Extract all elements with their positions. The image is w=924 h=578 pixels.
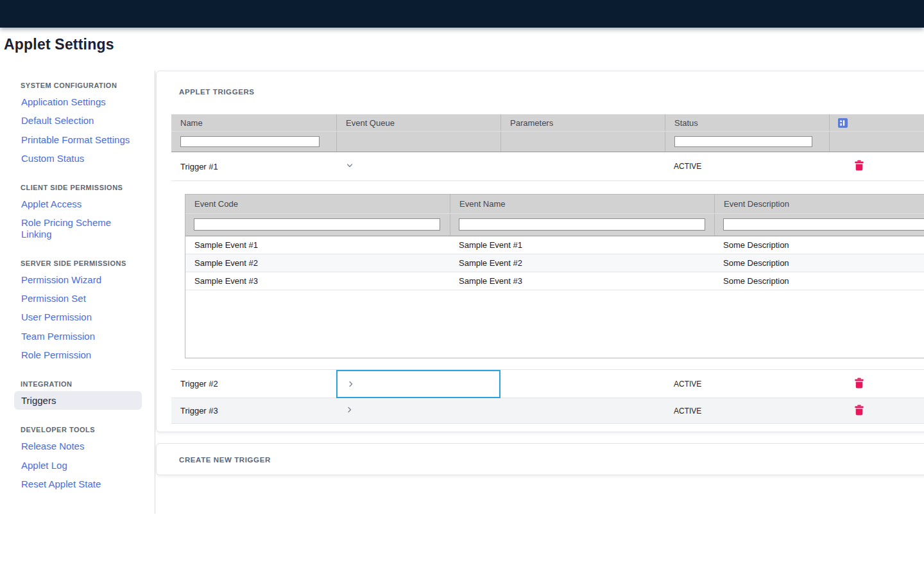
- filter-cell-event-code: [185, 214, 450, 236]
- trash-icon: [855, 378, 864, 390]
- filter-cell-name: [171, 132, 336, 152]
- chevron-down-icon[interactable]: [345, 161, 354, 170]
- column-header-event-name[interactable]: Event Name: [450, 195, 714, 213]
- sidebar-item-permission-wizard[interactable]: Permission Wizard: [14, 270, 142, 289]
- trigger-actions-cell: [829, 378, 924, 390]
- filter-cell-event-queue: [336, 132, 501, 152]
- events-grid: Event Code Event Name Event Description: [185, 194, 924, 358]
- status-badge: ACTIVE: [665, 162, 829, 171]
- status-filter-input[interactable]: [674, 136, 812, 147]
- events-grid-filter-row: [185, 214, 924, 236]
- event-description-cell: Some Description: [714, 258, 924, 268]
- column-header-status[interactable]: Status: [665, 114, 829, 131]
- event-code-filter-input[interactable]: [194, 218, 440, 231]
- event-name-cell: Sample Event #1: [450, 240, 714, 250]
- sidebar-item-default-selection[interactable]: Default Selection: [14, 111, 142, 130]
- sidebar-item-applet-log[interactable]: Applet Log: [14, 456, 142, 475]
- column-header-name[interactable]: Name: [171, 114, 336, 131]
- table-row-trigger-1[interactable]: Trigger #1 ACTIVE: [171, 152, 924, 181]
- column-header-parameters[interactable]: Parameters: [501, 114, 665, 131]
- applet-triggers-panel-title: APPLET TRIGGERS: [179, 88, 255, 96]
- table-row-event-2[interactable]: Sample Event #2 Sample Event #2 Some Des…: [185, 254, 924, 272]
- applet-triggers-panel: APPLET TRIGGERS Name Event Queue Paramet…: [156, 71, 924, 432]
- trigger-queue-cell: [336, 405, 501, 416]
- trigger-queue-cell-focused[interactable]: [336, 370, 501, 398]
- column-header-event-code[interactable]: Event Code: [185, 195, 450, 213]
- chevron-right-icon[interactable]: [345, 405, 354, 414]
- filter-cell-event-name: [450, 214, 714, 236]
- delete-trigger-button[interactable]: [855, 160, 864, 173]
- chevron-right-icon[interactable]: [346, 380, 355, 389]
- trash-icon: [855, 405, 864, 417]
- sidebar: SYSTEM CONFIGURATION Application Setting…: [0, 71, 155, 514]
- page-title: Applet Settings: [4, 36, 114, 53]
- sidebar-section-label: INTEGRATION: [21, 380, 155, 388]
- trigger-actions-cell: [829, 160, 924, 173]
- delete-trigger-button[interactable]: [855, 405, 864, 417]
- sidebar-item-role-permission[interactable]: Role Permission: [14, 346, 142, 364]
- sidebar-section-developer-tools: DEVELOPER TOOLS Release Notes Applet Log…: [14, 426, 155, 493]
- sidebar-section-label: SYSTEM CONFIGURATION: [21, 82, 155, 89]
- sidebar-section-label: CLIENT SIDE PERMISSIONS: [21, 184, 155, 191]
- event-description-cell: Some Description: [714, 240, 924, 250]
- triggers-grid-header-row: Name Event Queue Parameters Status: [171, 114, 924, 132]
- sidebar-item-team-permission[interactable]: Team Permission: [14, 327, 142, 346]
- create-new-trigger-title[interactable]: CREATE NEW TRIGGER: [179, 456, 271, 464]
- event-description-filter-input[interactable]: [723, 218, 924, 231]
- sidebar-item-custom-status[interactable]: Custom Status: [14, 149, 142, 168]
- triggers-grid-filter-row: [171, 132, 924, 152]
- trash-icon: [855, 160, 864, 173]
- sidebar-item-release-notes[interactable]: Release Notes: [14, 437, 142, 455]
- name-filter-input[interactable]: [180, 136, 320, 147]
- column-header-actions: [829, 114, 924, 131]
- sidebar-section-label: SERVER SIDE PERMISSIONS: [21, 259, 155, 267]
- status-badge: ACTIVE: [665, 380, 829, 389]
- table-row-trigger-2[interactable]: Trigger #2 ACTIVE: [171, 370, 924, 398]
- event-code-cell: Sample Event #2: [185, 258, 450, 268]
- trigger-name-cell: Trigger #2: [171, 379, 336, 389]
- events-grid-header-row: Event Code Event Name Event Description: [185, 195, 924, 214]
- sidebar-section-integration: INTEGRATION Triggers: [14, 380, 155, 410]
- sidebar-item-triggers[interactable]: Triggers: [14, 391, 142, 410]
- table-row-trigger-3[interactable]: Trigger #3 ACTIVE: [171, 398, 924, 424]
- event-code-cell: Sample Event #3: [185, 276, 450, 286]
- sidebar-item-application-settings[interactable]: Application Settings: [14, 92, 142, 111]
- grid-options-button[interactable]: [838, 118, 848, 130]
- trigger-1-detail-region: Event Code Event Name Event Description: [171, 181, 924, 370]
- grid-options-icon: [838, 118, 848, 130]
- filter-cell-parameters: [501, 132, 665, 152]
- event-name-filter-input[interactable]: [459, 218, 705, 231]
- sidebar-item-printable-format-settings[interactable]: Printable Format Settings: [14, 130, 142, 149]
- sidebar-item-role-pricing-scheme-linking[interactable]: Role Pricing Scheme Linking: [14, 213, 142, 243]
- top-nav-bar: [0, 0, 924, 28]
- sidebar-item-permission-set[interactable]: Permission Set: [14, 289, 142, 308]
- event-code-cell: Sample Event #1: [185, 240, 450, 250]
- sidebar-item-applet-access[interactable]: Applet Access: [14, 195, 142, 213]
- event-name-cell: Sample Event #3: [450, 276, 714, 286]
- sidebar-section-client-side-permissions: CLIENT SIDE PERMISSIONS Applet Access Ro…: [14, 184, 155, 243]
- event-name-cell: Sample Event #2: [450, 258, 714, 268]
- triggers-grid: Name Event Queue Parameters Status: [171, 114, 924, 424]
- delete-trigger-button[interactable]: [855, 378, 864, 390]
- trigger-name-cell: Trigger #3: [171, 406, 336, 416]
- sidebar-section-label: DEVELOPER TOOLS: [21, 426, 155, 434]
- filter-cell-actions: [829, 132, 924, 152]
- trigger-actions-cell: [829, 405, 924, 417]
- filter-cell-status: [665, 132, 829, 152]
- create-new-trigger-panel: CREATE NEW TRIGGER: [156, 443, 924, 475]
- table-row-event-1[interactable]: Sample Event #1 Sample Event #1 Some Des…: [185, 236, 924, 254]
- sidebar-section-server-side-permissions: SERVER SIDE PERMISSIONS Permission Wizar…: [14, 259, 155, 364]
- column-header-event-description[interactable]: Event Description: [714, 195, 924, 213]
- trigger-name-cell: Trigger #1: [171, 162, 336, 171]
- sidebar-item-user-permission[interactable]: User Permission: [14, 308, 142, 326]
- status-badge: ACTIVE: [665, 407, 829, 416]
- event-description-cell: Some Description: [714, 276, 924, 286]
- sidebar-section-system-configuration: SYSTEM CONFIGURATION Application Setting…: [14, 82, 155, 168]
- sidebar-item-reset-applet-state[interactable]: Reset Applet State: [14, 475, 142, 493]
- table-row-event-3[interactable]: Sample Event #3 Sample Event #3 Some Des…: [185, 272, 924, 290]
- trigger-queue-cell: [336, 161, 501, 172]
- filter-cell-event-description: [714, 214, 924, 236]
- column-header-event-queue[interactable]: Event Queue: [336, 114, 501, 131]
